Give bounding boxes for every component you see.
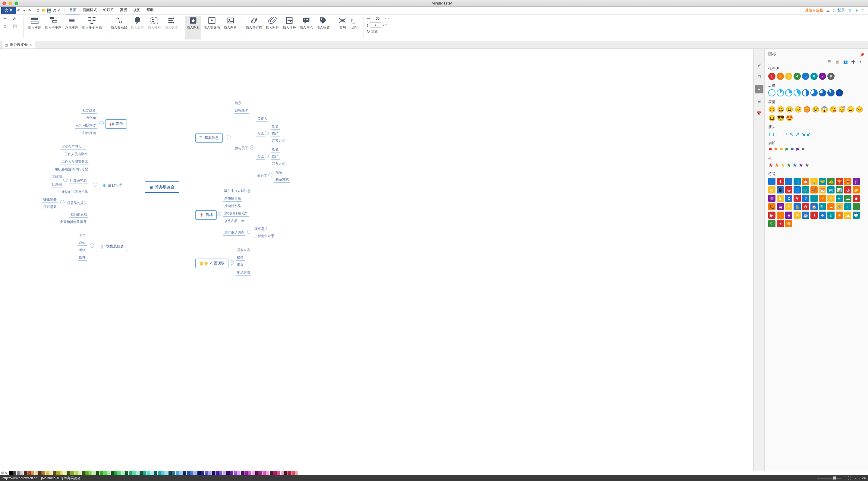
rail-star-icon[interactable]: ★ xyxy=(755,85,764,93)
emoji-13[interactable]: 😍 xyxy=(786,114,793,122)
collapse-toggle[interactable]: − xyxy=(247,230,251,234)
color-swatch[interactable] xyxy=(100,471,103,475)
color-swatch[interactable] xyxy=(103,471,107,475)
color-swatch[interactable] xyxy=(96,471,99,475)
color-swatch[interactable] xyxy=(114,471,118,475)
color-swatch[interactable] xyxy=(273,471,277,475)
color-swatch[interactable] xyxy=(295,471,299,475)
leaf[interactable]: 增强品牌知名度 xyxy=(223,211,249,217)
rail-brush-icon[interactable]: 🖌 xyxy=(755,61,764,69)
color-swatch[interactable] xyxy=(143,471,147,475)
leaf[interactable]: 哪里需要 xyxy=(42,196,58,202)
color-swatch[interactable] xyxy=(201,471,204,475)
insert-note-button[interactable]: 插入注释 xyxy=(281,16,297,39)
leaf[interactable]: 顾客需求 xyxy=(253,226,269,232)
color-swatch[interactable] xyxy=(176,471,179,475)
leaf[interactable]: 纸杯 xyxy=(78,255,87,261)
insert-icon-button[interactable]: 插入图标 xyxy=(185,16,201,39)
color-swatch[interactable] xyxy=(266,471,270,475)
color-swatch[interactable] xyxy=(281,471,284,475)
color-swatch[interactable] xyxy=(183,471,186,475)
progress-6[interactable] xyxy=(819,89,826,96)
symbol-9[interactable]: 🍷 xyxy=(844,178,851,185)
symbol-10[interactable]: 🍴 xyxy=(852,178,860,185)
symbol-18[interactable]: ▤ xyxy=(827,186,835,193)
symbol-15[interactable]: 🛒 xyxy=(802,186,809,193)
leaf[interactable]: 负责人 xyxy=(256,116,269,122)
leaf[interactable]: 安装和拆卸显示屏 xyxy=(59,219,88,225)
insert-clipart-button[interactable]: 插入剪贴画 xyxy=(202,16,221,39)
color-swatch[interactable] xyxy=(291,471,295,475)
color-swatch[interactable] xyxy=(168,471,172,475)
star-3[interactable]: ★ xyxy=(786,162,791,168)
color-swatch[interactable] xyxy=(129,471,132,475)
symbol-54[interactable]: 💬 xyxy=(852,212,860,219)
layout-button[interactable]: 布局 xyxy=(337,16,348,39)
color-swatch[interactable] xyxy=(35,471,38,475)
leaf[interactable]: 工作人员职责分工 xyxy=(60,159,89,165)
pin-panel-icon[interactable]: 📌 xyxy=(860,53,864,57)
emoji-10[interactable]: 😣 xyxy=(856,106,863,113)
branch-logistics[interactable]: ⚙ 后勤管理 xyxy=(99,181,126,190)
symbol-4[interactable]: ⏰ xyxy=(802,178,809,185)
canvas[interactable]: ▣ 筹办展览会 📢 宣传 − 社交媒介 发传单 公司网站宣传 邮件推销 ⚙ 后勤… xyxy=(0,49,753,471)
color-swatch[interactable] xyxy=(241,471,244,475)
progress-8[interactable]: ✓ xyxy=(836,89,843,96)
symbol-33[interactable]: 📞 xyxy=(768,203,775,211)
center-node[interactable]: ▣ 筹办展览会 xyxy=(145,182,179,193)
leaf[interactable]: 计算顾客流 xyxy=(69,178,88,184)
menu-tab-2[interactable]: 幻灯片 xyxy=(100,6,117,14)
arrow-3[interactable]: → xyxy=(783,131,788,137)
progress-0[interactable]: ▶ xyxy=(768,89,775,96)
symbol-40[interactable]: ☁ xyxy=(827,203,835,211)
minimize-window[interactable] xyxy=(8,1,12,5)
star-6[interactable]: ★ xyxy=(804,162,809,168)
collapse-toggle[interactable]: − xyxy=(60,200,64,204)
symbol-41[interactable]: 🔗 xyxy=(836,203,843,211)
emoji-0[interactable]: 😊 xyxy=(768,106,776,113)
print-icon[interactable]: 🖨 xyxy=(52,8,57,13)
priority-1[interactable]: 1 xyxy=(768,73,775,80)
flag-2[interactable]: ⚑ xyxy=(779,147,783,153)
leaf[interactable]: 员工 xyxy=(256,131,265,137)
color-swatch[interactable] xyxy=(252,471,255,475)
undo-icon[interactable]: ↶ xyxy=(16,8,21,13)
symbol-24[interactable]: € xyxy=(785,195,792,202)
leaf[interactable]: 赠品的发放 xyxy=(69,212,88,218)
symbol-55[interactable]: ♡ xyxy=(768,220,775,227)
collapse-toggle[interactable]: − xyxy=(90,244,94,248)
priority-7[interactable]: 7 xyxy=(819,73,826,80)
insert-subtopic-button[interactable]: 插入子主题 xyxy=(44,16,63,39)
leaf[interactable]: 必需品的提供 xyxy=(66,200,88,206)
leaf[interactable]: 员工 xyxy=(256,154,265,160)
color-swatch[interactable] xyxy=(234,471,237,475)
zoom-slider[interactable] xyxy=(817,478,841,479)
progress-2[interactable] xyxy=(785,89,792,96)
symbol-0[interactable]: 👤 xyxy=(768,178,775,185)
leaf[interactable]: 工作人员出勤率 xyxy=(63,151,89,157)
color-swatch[interactable] xyxy=(85,471,89,475)
insert-boundary-button[interactable]: 插入外框 xyxy=(147,16,162,39)
color-swatch[interactable] xyxy=(24,471,27,475)
collapse-toggle[interactable]: − xyxy=(230,260,234,265)
reset-icon[interactable]: ↻ xyxy=(367,29,370,34)
symbol-13[interactable]: ◎ xyxy=(785,186,792,193)
color-swatch[interactable] xyxy=(9,471,13,475)
color-swatch[interactable] xyxy=(60,471,63,475)
collapse-toggle[interactable]: − xyxy=(265,154,269,158)
color-swatch[interactable] xyxy=(270,471,273,475)
share-icon[interactable]: ⤴ xyxy=(833,8,835,13)
color-swatch[interactable] xyxy=(38,471,41,475)
progress-1[interactable] xyxy=(777,89,784,96)
flag-6[interactable]: ⚑ xyxy=(801,147,805,153)
color-swatch[interactable] xyxy=(150,471,154,475)
color-swatch[interactable] xyxy=(277,471,280,475)
symbol-22[interactable]: ✉ xyxy=(768,195,775,202)
flag-0[interactable]: ⚑ xyxy=(768,147,772,153)
star-0[interactable]: ★ xyxy=(768,162,773,168)
number-button[interactable]: 1—2—3— 编号 xyxy=(349,16,360,39)
leaf[interactable]: 必备家具 xyxy=(236,247,251,253)
insert-relation-button[interactable]: 插入关系线 xyxy=(110,16,128,39)
symbol-26[interactable]: ? xyxy=(802,195,809,202)
color-swatch[interactable] xyxy=(118,471,121,475)
